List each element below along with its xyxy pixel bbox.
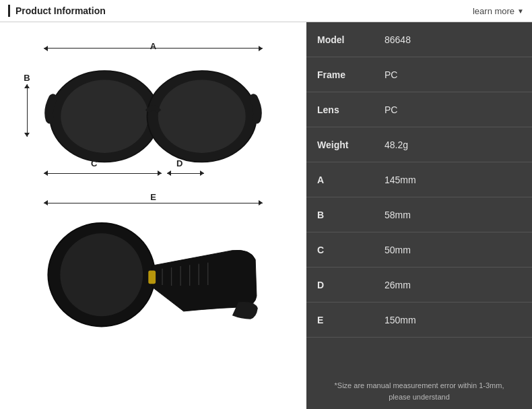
learn-more-arrow-icon: ▼ bbox=[517, 7, 524, 15]
page-title: Product Information bbox=[15, 5, 106, 16]
dim-b-line bbox=[27, 84, 28, 137]
spec-value: 145mm bbox=[374, 166, 532, 193]
spec-value: 150mm bbox=[374, 307, 532, 334]
spec-note-line1: *Size are manual measurement error withi… bbox=[335, 381, 504, 389]
spec-row: D26mm bbox=[306, 268, 532, 303]
spec-row: B58mm bbox=[306, 197, 532, 232]
learn-more-button[interactable]: learn more ▼ bbox=[473, 6, 524, 16]
dim-a-label: A bbox=[150, 41, 156, 51]
svg-point-5 bbox=[60, 233, 143, 316]
spec-row: Model86648 bbox=[306, 22, 532, 57]
main-content: A B bbox=[0, 22, 532, 409]
spec-row: C50mm bbox=[306, 232, 532, 268]
dim-c-line bbox=[44, 173, 162, 174]
dim-d-line bbox=[167, 173, 204, 174]
front-view-diagram: A B bbox=[13, 29, 293, 191]
spec-value: 48.2g bbox=[374, 131, 532, 158]
spec-row: A145mm bbox=[306, 162, 532, 197]
spec-key: D bbox=[306, 272, 374, 298]
svg-rect-12 bbox=[148, 270, 156, 284]
spec-value: 58mm bbox=[374, 201, 532, 228]
spec-key: A bbox=[306, 166, 374, 193]
spec-key: Frame bbox=[306, 61, 374, 88]
dim-e-label: E bbox=[150, 192, 156, 202]
spec-key: Weight bbox=[306, 131, 374, 158]
side-view-diagram: E bbox=[13, 197, 293, 346]
dim-a-line bbox=[44, 48, 263, 49]
dim-b-container: B bbox=[20, 73, 34, 137]
spec-value: 86648 bbox=[374, 26, 532, 53]
header-title-container: Product Information bbox=[8, 5, 106, 17]
spec-row: Weight48.2g bbox=[306, 127, 532, 162]
learn-more-label: learn more bbox=[473, 6, 514, 16]
spec-key: Lens bbox=[306, 96, 374, 123]
dim-c-label: C bbox=[91, 158, 97, 168]
glasses-side-image bbox=[44, 211, 263, 336]
spec-row: E150mm bbox=[306, 303, 532, 338]
spec-key: Model bbox=[306, 26, 374, 53]
spec-note: *Size are manual measurement error withi… bbox=[306, 375, 532, 409]
specs-panel: Model86648FramePCLensPCWeight48.2gA145mm… bbox=[306, 22, 532, 409]
spec-value: PC bbox=[374, 61, 532, 88]
svg-point-1 bbox=[61, 80, 148, 153]
dim-e-line bbox=[44, 203, 263, 203]
svg-point-3 bbox=[158, 80, 246, 153]
spec-table: Model86648FramePCLensPCWeight48.2gA145mm… bbox=[306, 22, 532, 375]
dim-b-label: B bbox=[24, 73, 30, 83]
spec-value: 26mm bbox=[374, 272, 532, 298]
spec-value: 50mm bbox=[374, 237, 532, 263]
spec-row: FramePC bbox=[306, 57, 532, 92]
spec-row: LensPC bbox=[306, 92, 532, 127]
spec-note-line2: please understand bbox=[389, 393, 450, 401]
header: Product Information learn more ▼ bbox=[0, 0, 532, 22]
spec-key: E bbox=[306, 307, 374, 334]
dim-d-label: D bbox=[176, 158, 182, 168]
glasses-front-image bbox=[44, 56, 263, 174]
spec-key: C bbox=[306, 237, 374, 263]
spec-value: PC bbox=[374, 96, 532, 123]
spec-key: B bbox=[306, 201, 374, 228]
left-diagram-panel: A B bbox=[0, 22, 306, 409]
header-bar-decoration bbox=[8, 5, 10, 17]
